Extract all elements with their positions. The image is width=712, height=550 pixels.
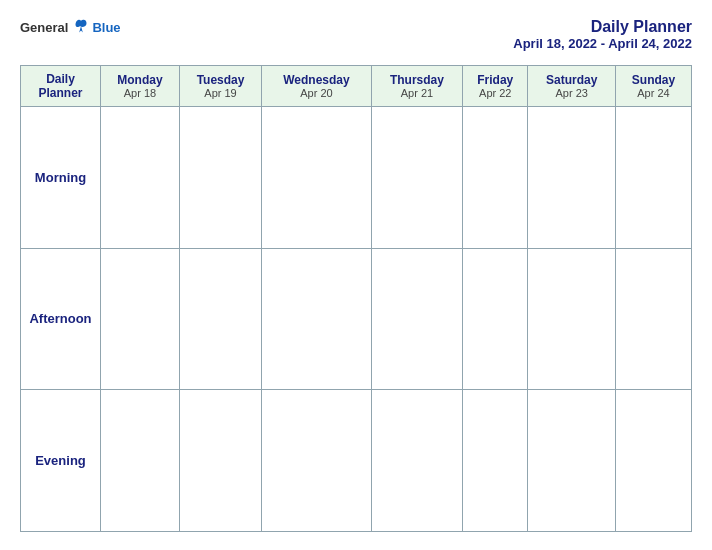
morning-fri[interactable] (463, 107, 528, 249)
planner-table: Daily Planner Monday Apr 18 Tuesday Apr … (20, 65, 692, 532)
morning-sat[interactable] (528, 107, 616, 249)
day-friday: Friday (467, 73, 523, 87)
logo-blue-text: Blue (92, 20, 120, 35)
corner-header: Daily Planner (21, 66, 101, 107)
corner-label-line1: Daily (25, 72, 96, 86)
afternoon-row: Afternoon (21, 248, 692, 390)
date-apr23: Apr 23 (532, 87, 611, 99)
afternoon-sat[interactable] (528, 248, 616, 390)
page-title: Daily Planner (513, 18, 692, 36)
afternoon-tue[interactable] (179, 248, 261, 390)
col-header-sat: Saturday Apr 23 (528, 66, 616, 107)
date-apr18: Apr 18 (105, 87, 175, 99)
day-tuesday: Tuesday (184, 73, 257, 87)
morning-tue[interactable] (179, 107, 261, 249)
title-area: Daily Planner April 18, 2022 - April 24,… (513, 18, 692, 51)
col-header-thu: Thursday Apr 21 (371, 66, 462, 107)
day-thursday: Thursday (376, 73, 458, 87)
date-apr24: Apr 24 (620, 87, 687, 99)
evening-sun[interactable] (616, 390, 692, 532)
evening-row: Evening (21, 390, 692, 532)
page-header: General Blue Daily Planner April 18, 202… (20, 18, 692, 51)
date-apr21: Apr 21 (376, 87, 458, 99)
afternoon-label: Afternoon (21, 248, 101, 390)
evening-tue[interactable] (179, 390, 261, 532)
evening-sat[interactable] (528, 390, 616, 532)
col-header-fri: Friday Apr 22 (463, 66, 528, 107)
afternoon-thu[interactable] (371, 248, 462, 390)
morning-sun[interactable] (616, 107, 692, 249)
morning-mon[interactable] (101, 107, 180, 249)
day-monday: Monday (105, 73, 175, 87)
logo-area: General Blue (20, 18, 121, 36)
evening-label: Evening (21, 390, 101, 532)
evening-wed[interactable] (262, 390, 371, 532)
date-apr19: Apr 19 (184, 87, 257, 99)
afternoon-sun[interactable] (616, 248, 692, 390)
col-header-mon: Monday Apr 18 (101, 66, 180, 107)
morning-label: Morning (21, 107, 101, 249)
logo-general-text: General (20, 20, 68, 35)
morning-thu[interactable] (371, 107, 462, 249)
evening-thu[interactable] (371, 390, 462, 532)
day-wednesday: Wednesday (266, 73, 366, 87)
date-apr22: Apr 22 (467, 87, 523, 99)
afternoon-fri[interactable] (463, 248, 528, 390)
afternoon-mon[interactable] (101, 248, 180, 390)
morning-wed[interactable] (262, 107, 371, 249)
col-header-wed: Wednesday Apr 20 (262, 66, 371, 107)
corner-label-line2: Planner (25, 86, 96, 100)
afternoon-wed[interactable] (262, 248, 371, 390)
table-header-row: Daily Planner Monday Apr 18 Tuesday Apr … (21, 66, 692, 107)
date-apr20: Apr 20 (266, 87, 366, 99)
col-header-sun: Sunday Apr 24 (616, 66, 692, 107)
date-range: April 18, 2022 - April 24, 2022 (513, 36, 692, 51)
evening-mon[interactable] (101, 390, 180, 532)
day-sunday: Sunday (620, 73, 687, 87)
col-header-tue: Tuesday Apr 19 (179, 66, 261, 107)
logo-bird-icon (72, 18, 90, 36)
day-saturday: Saturday (532, 73, 611, 87)
evening-fri[interactable] (463, 390, 528, 532)
morning-row: Morning (21, 107, 692, 249)
